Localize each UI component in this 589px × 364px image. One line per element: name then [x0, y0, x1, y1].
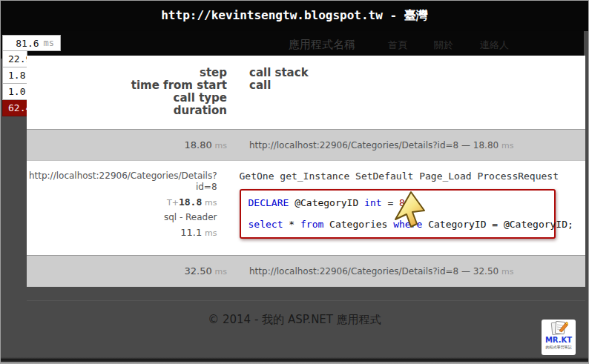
- screenshot-frame: http://kevintsengtw.blogspot.tw - 臺灣 應用程…: [0, 0, 589, 364]
- header-right-labels: call stack call: [227, 67, 309, 117]
- profiler-badge[interactable]: 1.8: [2, 67, 27, 84]
- app-navbar: 應用程式名稱 首頁 關於 連絡人: [1, 31, 584, 59]
- time-value: 18.8: [179, 196, 202, 208]
- notes-pencil-icon: [549, 321, 568, 336]
- profiler-badge[interactable]: 1.0: [2, 84, 27, 100]
- profiler-row-detail[interactable]: http://localhost:22906/Categories/Detail…: [27, 161, 585, 246]
- detail-duration-unit: ms: [205, 228, 217, 238]
- badge-value: 1.8: [8, 70, 25, 81]
- header-label-time-from-start: time from start: [27, 79, 227, 92]
- profiler-row-summary-top[interactable]: 18.80 ms http://localhost:22906/Categori…: [27, 129, 585, 161]
- badge-unit: ms: [44, 38, 54, 48]
- profiler-popup-header: step time from start call type duration …: [27, 56, 585, 117]
- header-label-call-stack: call stack: [249, 67, 309, 79]
- badge-value: 1.0: [8, 86, 25, 97]
- sql-keyword: from: [300, 219, 323, 230]
- badge-value: 62.4: [8, 102, 27, 113]
- badge-value: 81.6: [16, 38, 39, 49]
- header-label-step: step: [27, 67, 227, 79]
- time-prefix: T+: [167, 198, 179, 208]
- profiler-row-summary-bottom[interactable]: 32.50 ms http://localhost:22906/Categori…: [27, 255, 585, 287]
- badge-value: 22.9: [8, 53, 27, 64]
- window-title-bar: http://kevintsengtw.blogspot.tw - 臺灣: [1, 1, 588, 31]
- mouse-cursor-icon: [391, 191, 428, 231]
- time-unit: ms: [205, 198, 217, 208]
- logo-caption: 的程式學習筆記: [546, 345, 572, 349]
- footer-divider: [27, 300, 585, 301]
- window-title: http://kevintsengtw.blogspot.tw - 臺灣: [161, 8, 428, 24]
- row-duration-cell: 18.80 ms: [27, 139, 227, 150]
- detail-duration: 11.1 ms: [27, 227, 217, 239]
- screenshot-drop-shadow: [1, 357, 588, 363]
- row-label-cell: http://localhost:22906/Categories/Detail…: [227, 140, 585, 150]
- app-brand[interactable]: 應用程式名稱: [289, 38, 355, 52]
- nav-link-about[interactable]: 關於: [434, 39, 453, 52]
- nav-links: 首頁 關於 連絡人: [388, 39, 509, 52]
- sql-text: @CategoryID: [289, 197, 364, 208]
- header-label-call: call: [249, 79, 309, 92]
- sql-text: CategoryID = @CategoryID;: [422, 219, 573, 230]
- header-label-duration: duration: [27, 105, 227, 117]
- footer-copyright: © 2014 - 我的 ASP.NET 應用程式: [1, 313, 588, 327]
- row-duration-unit: ms: [215, 141, 227, 150]
- sql-text: *: [283, 219, 300, 230]
- nav-link-home[interactable]: 首頁: [388, 39, 407, 52]
- row-label-unit: ms: [501, 141, 513, 150]
- sql-keyword: DECLARE: [249, 197, 289, 208]
- profiler-badge[interactable]: 81.6 ms: [2, 35, 61, 51]
- detail-duration-value: 11.1: [180, 227, 202, 238]
- header-left-labels: step time from start call type duration: [27, 67, 227, 117]
- detail-call-type: sql - Reader: [27, 212, 217, 223]
- call-stack-text: GetOne get_Instance SetDefault Page_Load…: [240, 171, 559, 182]
- mrkt-logo[interactable]: MR.KT 的程式學習筆記: [542, 320, 576, 355]
- detail-left-cell: http://localhost:22906/Categories/Detail…: [27, 171, 217, 239]
- logo-title: MR.KT: [545, 337, 572, 344]
- profiler-badge[interactable]: 22.9: [2, 51, 27, 67]
- sql-keyword: select: [249, 219, 283, 230]
- row-label-unit: ms: [501, 267, 513, 277]
- row-label-cell: http://localhost:22906/Categories/Detail…: [227, 266, 585, 277]
- profiler-popup: step time from start call type duration …: [27, 56, 585, 285]
- row-label-text: http://localhost:22906/Categories/Detail…: [249, 140, 498, 150]
- nav-link-contact[interactable]: 連絡人: [480, 39, 509, 52]
- detail-step-label: http://localhost:22906/Categories/Detail…: [27, 171, 217, 193]
- row-duration-cell: 32.50 ms: [27, 265, 227, 277]
- row-duration-value: 18.80: [185, 139, 212, 150]
- detail-time-from-start: T+18.8 ms: [27, 196, 217, 208]
- sql-text: Categories: [323, 219, 393, 230]
- row-label-text: http://localhost:22906/Categories/Detail…: [249, 266, 498, 277]
- header-label-call-type: call type: [27, 92, 227, 105]
- sql-keyword: int: [364, 197, 381, 208]
- row-duration-unit: ms: [215, 267, 227, 277]
- profiler-badge-selected[interactable]: 62.4: [2, 100, 27, 116]
- row-duration-value: 32.50: [185, 265, 212, 277]
